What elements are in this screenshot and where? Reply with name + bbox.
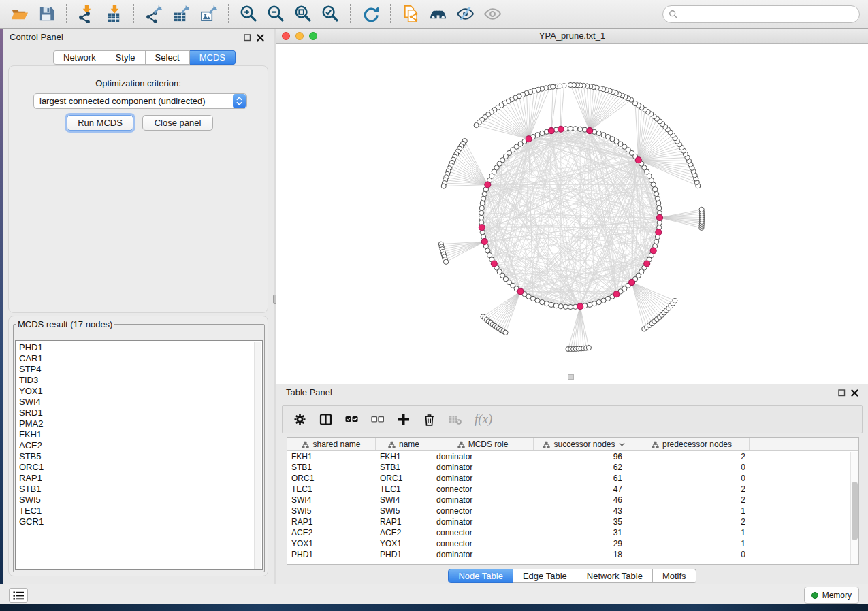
table-cell[interactable]: TEC1 [376, 484, 432, 494]
table-cell[interactable]: connector [432, 528, 534, 538]
save-session-icon[interactable] [36, 4, 57, 24]
table-row[interactable]: FKH1FKH1dominator962 [287, 451, 858, 462]
table-cell[interactable]: 2 [634, 452, 750, 461]
open-file-icon[interactable] [9, 4, 29, 24]
table-cell[interactable]: SWI5 [287, 506, 376, 516]
apply-layout-icon[interactable] [360, 4, 381, 24]
table-cell[interactable]: 47 [534, 484, 634, 494]
delete-column-icon[interactable] [423, 412, 436, 427]
duplicate-network-icon[interactable] [400, 4, 421, 24]
optimization-criterion-select[interactable]: largest connected component (undirected) [33, 93, 247, 109]
zoom-in-icon[interactable] [238, 4, 259, 24]
table-cell[interactable]: 96 [534, 452, 634, 461]
mcds-result-item[interactable]: STB5 [19, 451, 262, 462]
maximize-window-icon[interactable] [309, 32, 317, 40]
table-cell[interactable]: 0 [634, 463, 750, 472]
table-cell[interactable]: RAP1 [287, 517, 376, 527]
table-cell[interactable]: 0 [634, 474, 750, 483]
table-cell[interactable]: FKH1 [376, 452, 432, 461]
table-cell[interactable]: ACE2 [287, 528, 376, 538]
table-scrollbar[interactable] [850, 452, 858, 564]
mcds-result-list[interactable]: PHD1CAR1STP4TID3YOX1SWI4SRD1PMA2FKH1ACE2… [15, 340, 263, 570]
table-mode-gear-icon[interactable] [293, 412, 306, 427]
table-cell[interactable]: 0 [634, 550, 750, 559]
table-cell[interactable]: 35 [534, 517, 634, 527]
column-header-successor-nodes[interactable]: successor nodes [534, 438, 634, 450]
tab-style[interactable]: Style [106, 50, 146, 65]
network-scroll-grip[interactable] [568, 374, 574, 380]
table-cell[interactable]: SWI4 [287, 495, 376, 505]
search-input[interactable] [682, 9, 854, 20]
network-graph[interactable] [276, 44, 868, 384]
mcds-result-item[interactable]: SWI5 [19, 495, 262, 506]
table-cell[interactable]: ACE2 [376, 528, 432, 538]
create-column-icon[interactable] [397, 412, 410, 427]
table-row[interactable]: RAP1RAP1dominator352 [287, 516, 858, 527]
memory-button[interactable]: Memory [804, 587, 859, 604]
close-panel-icon[interactable] [257, 34, 264, 42]
table-cell[interactable]: STB1 [376, 463, 432, 472]
close-panel-button[interactable]: Close panel [142, 115, 213, 131]
table-cell[interactable]: dominator [432, 474, 534, 483]
table-tab-node-table[interactable]: Node Table [448, 569, 513, 583]
table-cell[interactable]: 1 [634, 539, 750, 548]
table-cell[interactable]: 61 [534, 474, 634, 483]
table-row[interactable]: PHD1PHD1dominator180 [287, 549, 858, 560]
mcds-result-item[interactable]: STB1 [19, 484, 262, 495]
mcds-result-item[interactable]: ACE2 [19, 440, 262, 451]
table-row[interactable]: YOX1YOX1connector291 [287, 538, 858, 549]
table-cell[interactable]: TEC1 [287, 484, 376, 494]
table-row[interactable]: ACE2ACE2connector311 [287, 527, 858, 538]
mcds-result-item[interactable]: STP4 [19, 364, 262, 375]
mcds-result-item[interactable]: SRD1 [19, 408, 262, 418]
table-cell[interactable]: dominator [432, 495, 534, 505]
table-cell[interactable]: SWI4 [376, 495, 432, 505]
float-table-panel-icon[interactable] [838, 389, 846, 397]
table-row[interactable]: ORC1ORC1dominator610 [287, 473, 858, 484]
zoom-fit-icon[interactable] [293, 4, 313, 24]
mcds-result-item[interactable]: YOX1 [19, 386, 262, 397]
mcds-result-item[interactable]: FKH1 [19, 429, 262, 440]
mcds-result-item[interactable]: SWI4 [19, 397, 262, 408]
hide-selected-icon[interactable] [455, 4, 475, 24]
table-cell[interactable]: connector [432, 484, 534, 494]
table-cell[interactable]: connector [432, 506, 534, 516]
table-cell[interactable]: STB1 [287, 463, 376, 472]
mcds-result-item[interactable]: TEC1 [19, 506, 262, 516]
import-network-icon[interactable] [76, 4, 97, 24]
select-all-icon[interactable] [345, 412, 358, 427]
zoom-selected-icon[interactable] [320, 4, 340, 24]
table-cell[interactable]: ORC1 [376, 474, 432, 483]
table-cell[interactable]: connector [432, 539, 534, 548]
table-cell[interactable]: dominator [432, 517, 534, 527]
close-table-panel-icon[interactable] [851, 389, 858, 397]
table-tab-network-table[interactable]: Network Table [577, 569, 653, 583]
table-cell[interactable]: PHD1 [376, 550, 432, 559]
column-header-MCDS-role[interactable]: MCDS role [432, 438, 534, 450]
float-panel-icon[interactable] [244, 34, 251, 42]
table-row[interactable]: TEC1TEC1connector472 [287, 484, 858, 495]
table-cell[interactable]: 43 [534, 506, 634, 516]
search-network-icon[interactable] [428, 4, 448, 24]
table-cell[interactable]: 2 [634, 484, 750, 494]
mcds-result-item[interactable]: RAP1 [19, 473, 262, 484]
table-tab-edge-table[interactable]: Edge Table [513, 569, 577, 583]
column-header-name[interactable]: name [376, 438, 432, 450]
table-cell[interactable]: RAP1 [376, 517, 432, 527]
table-cell[interactable]: 62 [534, 463, 634, 472]
table-cell[interactable]: 18 [534, 550, 634, 559]
table-cell[interactable]: PHD1 [287, 550, 376, 559]
table-cell[interactable]: dominator [432, 550, 534, 559]
table-cell[interactable]: 2 [634, 517, 750, 527]
export-table-icon[interactable] [171, 4, 191, 24]
column-header-predecessor-nodes[interactable]: predecessor nodes [634, 438, 750, 450]
import-table-icon[interactable] [103, 4, 124, 24]
tab-select[interactable]: Select [146, 50, 190, 65]
tab-network[interactable]: Network [53, 50, 106, 65]
close-window-icon[interactable] [282, 32, 290, 40]
table-cell[interactable]: 31 [534, 528, 634, 538]
table-row[interactable]: SWI5SWI5connector431 [287, 506, 858, 516]
table-cell[interactable]: 1 [634, 506, 750, 516]
table-row[interactable]: SWI4SWI4dominator462 [287, 495, 858, 506]
export-image-icon[interactable] [198, 4, 219, 24]
